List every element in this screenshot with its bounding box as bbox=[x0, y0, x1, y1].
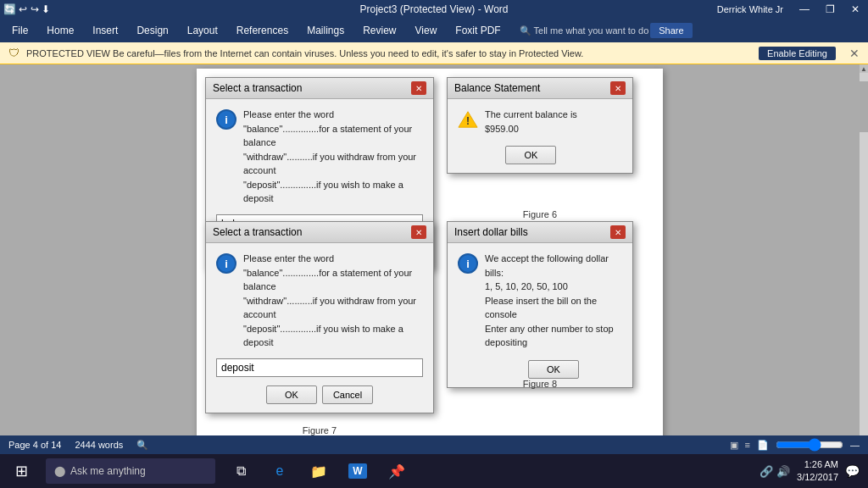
taskbar-icons: ⧉ e 📁 W 📌 bbox=[224, 454, 414, 488]
explorer-button[interactable]: 📁 bbox=[302, 454, 336, 488]
dialog-fig5-title: Select a transaction ✕ bbox=[206, 78, 433, 99]
title-bar-left: 🔄 ↩ ↪ ⬇ bbox=[3, 0, 50, 19]
notification-icon[interactable]: 💬 bbox=[845, 464, 860, 478]
enable-editing-button[interactable]: Enable Editing bbox=[759, 47, 836, 60]
dialog-fig8-ok[interactable]: OK bbox=[528, 360, 579, 379]
tab-mailings[interactable]: Mailings bbox=[298, 21, 353, 40]
pin-icon: 📌 bbox=[388, 463, 405, 480]
volume-icon[interactable]: 🔊 bbox=[776, 465, 790, 478]
dialog-fig6-ok[interactable]: OK bbox=[505, 146, 556, 164]
vertical-scrollbar[interactable]: ▲ ▼ bbox=[860, 64, 868, 454]
windows-icon: ⊞ bbox=[15, 462, 28, 480]
zoom-slider[interactable] bbox=[776, 438, 843, 452]
system-tray: 🔗 🔊 1:26 AM 3/12/2017 💬 bbox=[751, 458, 868, 485]
scroll-thumb[interactable] bbox=[860, 81, 868, 132]
view-print-icon[interactable]: ▣ bbox=[730, 440, 738, 451]
fig8-label: Figure 8 bbox=[447, 379, 633, 389]
dialog-fig8-body: i We accept the following dollar bills: … bbox=[448, 243, 632, 387]
task-view-icon: ⧉ bbox=[236, 463, 246, 479]
dialog-fig8: Insert dollar bills ✕ i We accept the fo… bbox=[447, 221, 633, 388]
dialog-fig6-body: ! The current balance is$959.00 OK bbox=[448, 99, 632, 173]
view-web-icon[interactable]: ≡ bbox=[745, 440, 750, 450]
edge-icon: e bbox=[276, 463, 284, 479]
dialog-fig7: Select a transaction ✕ i Please enter th… bbox=[205, 221, 434, 413]
word-button[interactable]: W bbox=[341, 454, 375, 488]
tab-design[interactable]: Design bbox=[128, 21, 176, 40]
status-right: ▣ ≡ 📄 — bbox=[730, 438, 860, 452]
dialog-fig8-title: Insert dollar bills ✕ bbox=[448, 222, 632, 243]
info-icon-fig8: i bbox=[458, 253, 478, 274]
dialog-fig7-buttons: OK Cancel bbox=[216, 385, 423, 404]
explorer-icon: 📁 bbox=[310, 463, 327, 480]
warning-icon-fig6: ! bbox=[458, 109, 478, 130]
tab-insert[interactable]: Insert bbox=[84, 21, 126, 40]
word-count: 2444 words bbox=[75, 440, 123, 450]
protected-view-bar: 🛡 PROTECTED VIEW Be careful—files from t… bbox=[0, 42, 868, 64]
page-count: Page 4 of 14 bbox=[8, 440, 61, 450]
dialog-fig5-close[interactable]: ✕ bbox=[411, 81, 426, 95]
tab-home[interactable]: Home bbox=[38, 21, 82, 40]
dialog-fig8-close[interactable]: ✕ bbox=[610, 225, 626, 239]
window-controls: Derrick White Jr — ❐ ✕ bbox=[709, 0, 868, 19]
tab-foxit[interactable]: Foxit PDF bbox=[447, 21, 509, 40]
info-icon-fig7: i bbox=[216, 253, 236, 274]
dialog-fig7-close[interactable]: ✕ bbox=[411, 225, 426, 239]
tab-file[interactable]: File bbox=[3, 21, 36, 40]
dialog-fig6-title: Balance Statement ✕ bbox=[448, 78, 632, 99]
minimize-button[interactable]: — bbox=[792, 0, 817, 19]
tab-view[interactable]: View bbox=[407, 21, 446, 40]
search-placeholder: Ask me anything bbox=[70, 465, 146, 477]
dialog-fig8-buttons: OK bbox=[485, 360, 622, 379]
scroll-up[interactable]: ▲ bbox=[860, 64, 868, 73]
dialog-fig7-info: i Please enter the word "balance".......… bbox=[216, 252, 423, 350]
fig6-label: Figure 6 bbox=[447, 209, 633, 219]
network-icon: 🔗 bbox=[760, 465, 773, 478]
fig7-label: Figure 7 bbox=[205, 425, 434, 435]
dialog-fig7-input[interactable] bbox=[216, 358, 423, 377]
dialog-fig6-close[interactable]: ✕ bbox=[610, 81, 626, 95]
task-view-button[interactable]: ⧉ bbox=[224, 454, 258, 488]
document-page: Select a transaction ✕ i Please enter th… bbox=[197, 69, 663, 454]
tab-review[interactable]: Review bbox=[354, 21, 404, 40]
dialog-fig6-buttons: OK bbox=[485, 146, 577, 164]
protected-text: PROTECTED VIEW Be careful—files from the… bbox=[26, 48, 752, 58]
dialog-fig7-cancel[interactable]: Cancel bbox=[322, 385, 373, 404]
tray-icons: 🔗 🔊 bbox=[760, 465, 790, 478]
dialog-fig7-title: Select a transaction ✕ bbox=[206, 222, 433, 243]
document-area: Select a transaction ✕ i Please enter th… bbox=[0, 64, 860, 454]
title-bar: 🔄 ↩ ↪ ⬇ Project3 (Protected View) - Word… bbox=[0, 0, 868, 19]
tell-me-field[interactable]: 🔍 Tell me what you want to do bbox=[520, 25, 649, 36]
share-button[interactable]: Share bbox=[650, 23, 692, 38]
dialog-fig7-body: i Please enter the word "balance".......… bbox=[206, 243, 433, 413]
shield-icon: 🛡 bbox=[8, 47, 19, 59]
search-box[interactable]: ⬤ Ask me anything bbox=[46, 458, 215, 484]
svg-text:!: ! bbox=[466, 115, 470, 127]
maximize-button[interactable]: ❐ bbox=[817, 0, 843, 19]
dialog-fig6: Balance Statement ✕ ! The current balanc… bbox=[447, 77, 633, 174]
document-title: Project3 (Protected View) - Word bbox=[360, 3, 509, 15]
tab-references[interactable]: References bbox=[228, 21, 297, 40]
system-clock: 1:26 AM 3/12/2017 bbox=[797, 458, 838, 485]
cortana-search-icon: ⬤ bbox=[54, 465, 65, 477]
edge-button[interactable]: e bbox=[263, 454, 297, 488]
close-button[interactable]: ✕ bbox=[843, 0, 868, 19]
dialog-fig7-ok[interactable]: OK bbox=[266, 385, 317, 404]
dialog-fig8-text: We accept the following dollar bills: 1,… bbox=[485, 252, 622, 350]
start-button[interactable]: ⊞ bbox=[0, 454, 42, 488]
user-name: Derrick White Jr bbox=[709, 0, 792, 19]
tab-layout[interactable]: Layout bbox=[179, 21, 226, 40]
view-read-icon[interactable]: 📄 bbox=[757, 440, 769, 451]
taskbar: ⊞ ⬤ Ask me anything ⧉ e 📁 W 📌 🔗 🔊 1:26 A… bbox=[0, 454, 868, 488]
pin-button[interactable]: 📌 bbox=[380, 454, 414, 488]
dialog-fig6-text: The current balance is$959.00 bbox=[485, 108, 577, 136]
ribbon: File Home Insert Design Layout Reference… bbox=[0, 19, 868, 42]
clock-time: 1:26 AM bbox=[797, 458, 838, 471]
dialog-fig5-text: Please enter the word "balance".........… bbox=[243, 108, 423, 206]
info-icon-fig5: i bbox=[216, 109, 236, 130]
undo-redo-controls[interactable]: 🔄 ↩ ↪ ⬇ bbox=[3, 3, 50, 15]
status-bar: Page 4 of 14 2444 words 🔍 ▣ ≡ 📄 — bbox=[0, 435, 868, 454]
protected-bar-close[interactable]: ✕ bbox=[849, 47, 860, 60]
word-icon: W bbox=[348, 463, 366, 479]
dialog-fig5-info: i Please enter the word "balance".......… bbox=[216, 108, 423, 206]
dialog-fig7-text: Please enter the word "balance".........… bbox=[243, 252, 423, 350]
